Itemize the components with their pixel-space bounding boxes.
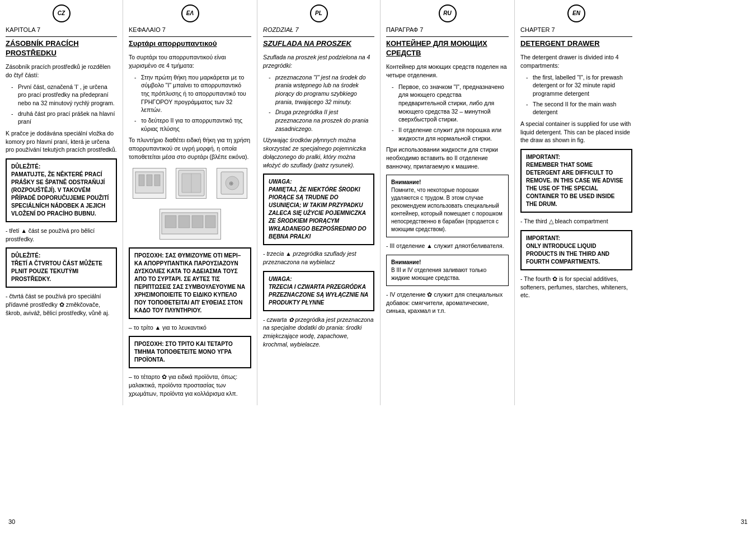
svg-rect-1: [139, 175, 144, 186]
column-cz: CZ KAPITOLA 7 ZÁSOBNÍK PRACÍCH PROSTŘEDK…: [0, 0, 123, 405]
column-el: EΛ ΚΕΦΑΛΑΙΟ 7 Συρτάρι απορρυπαντικού Το …: [123, 0, 257, 405]
section-title-en: DETERGENT DRAWER: [520, 39, 632, 49]
lang-badge-ru: RU: [439, 4, 457, 22]
body-text-cz-2: K pračce je dodávána speciální vložka do…: [6, 129, 117, 154]
page-num-left: 30: [8, 518, 15, 525]
list-item: Στην πρώτη θήκη που μαρκάρεται με το σύμ…: [134, 73, 251, 114]
chapter-label-el: ΚΕΦΑΛΑΙΟ 7: [129, 26, 251, 34]
list-item: Druga przegródka II jest przeznaczona na…: [269, 108, 374, 133]
section-title-cz: ZÁSOBNÍK PRACÍCH PROSTŘEDKU: [6, 39, 117, 58]
bullet-list-el: Στην πρώτη θήκη που μαρκάρεται με το σύμ…: [129, 73, 251, 133]
column-pl: PL ROZDZIAŁ 7 SZUFLADA NA PROSZEK Szufla…: [257, 0, 381, 405]
svg-rect-13: [192, 216, 203, 228]
column-en: EN CHAPTER 7 DETERGENT DRAWER The deterg…: [515, 0, 638, 405]
warning-title-en-2: IMPORTANT:: [526, 235, 627, 242]
warning-text-en-1: REMEMBER THAT SOME DETERGENT ARE DIFFICU…: [526, 161, 627, 208]
warning-title-cz-1: DŮLEŽITÉ:: [11, 163, 111, 171]
list-item: Первое, со значком "I", предназначено дл…: [392, 83, 509, 124]
body-text-en-1: The detergent drawer is divided into 4 c…: [520, 53, 632, 69]
note-el-1: – το τρίτο ▲ για το λευκαντικό: [129, 324, 251, 332]
warning-box-ru-2: Внимание! В III и IV отделения заливают …: [386, 255, 509, 286]
svg-rect-12: [179, 216, 190, 228]
bullet-list-pl: przeznaczona "I" jest na środek do prani…: [263, 73, 374, 133]
warning-title-en-1: IMPORTANT:: [526, 153, 627, 161]
list-item: První část, označená 'I' , je určena pro…: [11, 83, 117, 107]
note-cz-1: - třetí ▲ část se používá pro bělicí pro…: [6, 227, 117, 243]
warning-text-ru-2: В III и IV отделения заливают только жид…: [391, 266, 504, 282]
chapter-label-ru: ПАРАГРАФ 7: [386, 26, 509, 34]
warning-box-cz-1: DŮLEŽITÉ: PAMATUJTE, ŽE NĚKTERÉ PRACÍ PR…: [6, 158, 117, 222]
warning-box-en-2: IMPORTANT: ONLY INTRODUCE LIQUID PRODUCT…: [520, 230, 632, 270]
warning-text-pl-2: TRZECIA I CZWARTA PRZEGRÓDKA PRZEZNACZON…: [269, 283, 369, 307]
note-ru-2: - IV отделение ✿ служит для специальных …: [386, 291, 509, 315]
page-num-right: 31: [741, 518, 748, 525]
warning-box-ru-1: Внимание! Помните, что некоторые порошки…: [386, 175, 509, 237]
warning-box-el-2: ΠΡΟΣΟΧΗ: ΣΤΟ ΤΡΙΤΟ ΚΑΙ ΤΕΤΑΡΤΟ ΤΜΗΜΑ ΤΟΠ…: [129, 336, 251, 368]
warning-title-ru-2: Внимание!: [391, 259, 504, 266]
warning-box-cz-2: DŮLEŽITÉ: TŘETÍ A ČTVRTOU ČÁST MŮŽETE PL…: [6, 247, 117, 288]
note-en-2: - The fourth ✿ is for special additives,…: [520, 275, 632, 299]
warning-text-cz-1: PAMATUJTE, ŽE NĚKTERÉ PRACÍ PRÁŠKY SE ŠP…: [11, 171, 111, 218]
note-pl-2: - czwarta ✿ przegródka jest przeznaczona…: [263, 316, 374, 349]
svg-rect-14: [205, 216, 215, 228]
body-text-el-2: Το πλυντήριο διαθέτει ειδική θήκη για τη…: [129, 136, 251, 161]
column-ru: RU ПАРАГРАФ 7 КОНТЕЙНЕР ДЛЯ МОЮЩИХ СРЕДС…: [381, 0, 515, 405]
warning-text-cz-2: TŘETÍ A ČTVRTOU ČÁST MŮŽETE PLNIT POUZE …: [11, 260, 111, 283]
body-text-ru-1: Контейнер для моющих средств поделен на …: [386, 63, 509, 79]
list-item: The second II for the main wash detergen…: [526, 100, 632, 116]
section-title-el: Συρτάρι απορρυπαντικού: [129, 39, 251, 49]
page-wrapper: CZ KAPITOLA 7 ZÁSOBNÍK PRACÍCH PROSTŘEDK…: [0, 0, 756, 534]
list-item: druhá část pro prací prášek na hlavní pr…: [11, 110, 117, 126]
body-text-pl-2: Używając środków płynnych można skorzyst…: [263, 136, 374, 169]
note-pl-1: - trzecia ▲ przegródka szuflady jest prz…: [263, 250, 374, 266]
chapter-label-en: CHAPTER 7: [520, 26, 632, 34]
note-ru-1: - III отделение ▲ служит дляотбеливателя…: [386, 242, 509, 250]
section-title-ru: КОНТЕЙНЕР ДЛЯ МОЮЩИХ СРЕДСТВ: [386, 39, 509, 58]
drawer-image-4: [159, 209, 221, 240]
warning-title-cz-2: DŮLEŽITÉ:: [11, 252, 111, 260]
list-item: II отделение служит для порошка или жидк…: [392, 126, 509, 142]
list-item: το δεύτερο II για το απορρυπαντικό της κ…: [134, 116, 251, 133]
svg-rect-3: [154, 175, 160, 186]
warning-box-pl-1: UWAGA: PAMIĘTAJ, ŻE NIEKTÓRE ŚRODKI PIOR…: [263, 174, 374, 245]
body-text-ru-2: При использовании жидкости для стирки не…: [386, 146, 509, 170]
lang-badge-pl: PL: [310, 4, 328, 22]
warning-box-el-1: ΠΡΟΣΟΧΗ: ΣΑΣ ΘΥΜΙΖΟΥΜΕ ΟΤΙ ΜΕΡΙ– ΚΑ ΑΠΟΡ…: [129, 247, 251, 319]
lang-badge-el: EΛ: [181, 4, 199, 22]
body-text-en-2: A special container is supplied for use …: [520, 120, 632, 144]
note-en-1: - The third △ bleach compartment: [520, 217, 632, 226]
bullet-list-en: the first, labelled "I", is for prewash …: [520, 73, 632, 116]
note-cz-2: - čtvrtá část se používá pro speciální p…: [6, 292, 117, 317]
bullet-list-ru: Первое, со значком "I", предназначено дл…: [386, 83, 509, 143]
warning-box-en-1: IMPORTANT: REMEMBER THAT SOME DETERGENT …: [520, 149, 632, 213]
warning-title-el-1: ΠΡΟΣΟΧΗ: ΣΑΣ ΘΥΜΙΖΟΥΜΕ ΟΤΙ ΜΕΡΙ– ΚΑ ΑΠΟΡ…: [134, 252, 246, 315]
warning-box-pl-2: UWAGA: TRZECIA I CZWARTA PRZEGRÓDKA PRZE…: [263, 271, 374, 311]
drawer-image-1: [133, 168, 166, 199]
warning-title-ru-1: Внимание!: [391, 179, 504, 186]
lang-badge-en: EN: [567, 4, 585, 22]
list-item: the first, labelled "I", is for prewash …: [526, 73, 632, 98]
warning-title-pl-1: UWAGA:: [269, 178, 369, 186]
columns-row: CZ KAPITOLA 7 ZÁSOBNÍK PRACÍCH PROSTŘEDK…: [0, 0, 756, 405]
svg-text:⊕: ⊕: [229, 180, 233, 186]
chapter-label-cz: KAPITOLA 7: [6, 26, 117, 34]
warning-title-pl-2: UWAGA:: [269, 275, 369, 283]
lang-badge-cz: CZ: [53, 4, 71, 22]
warning-text-pl-1: PAMIĘTAJ, ŻE NIEKTÓRE ŚRODKI PIORĄCE SĄ …: [269, 186, 369, 241]
warning-text-en-2: ONLY INTRODUCE LIQUID PRODUCTS IN THE TH…: [526, 242, 627, 266]
note-el-2: – το τέταρτο ✿ για ειδικά προϊόντα, όπως…: [129, 373, 251, 397]
list-item: przeznaczona "I" jest na środek do prani…: [269, 73, 374, 106]
body-text-pl-1: Szuflada na proszek jest podzielona na 4…: [263, 53, 374, 69]
section-title-pl: SZUFLADA NA PROSZEK: [263, 39, 374, 49]
chapter-label-pl: ROZDZIAŁ 7: [263, 26, 374, 34]
svg-rect-11: [165, 216, 176, 228]
body-text-cz-1: Zásobník pracích prostředků je rozdělen …: [6, 63, 117, 79]
bullet-list-cz: První část, označená 'I' , je určena pro…: [6, 83, 117, 126]
svg-rect-2: [147, 175, 152, 186]
drawer-image-2: [176, 168, 206, 199]
warning-text-ru-1: Помните, что некоторые порошки удаляются…: [391, 186, 504, 233]
drawer-image-3: ⊕: [217, 168, 247, 199]
warning-title-el-2: ΠΡΟΣΟΧΗ: ΣΤΟ ΤΡΙΤΟ ΚΑΙ ΤΕΤΑΡΤΟ ΤΜΗΜΑ ΤΟΠ…: [134, 340, 246, 364]
body-text-el-1: Το συρτάρι του απορρυπαντικού είναι χωρι…: [129, 53, 251, 69]
